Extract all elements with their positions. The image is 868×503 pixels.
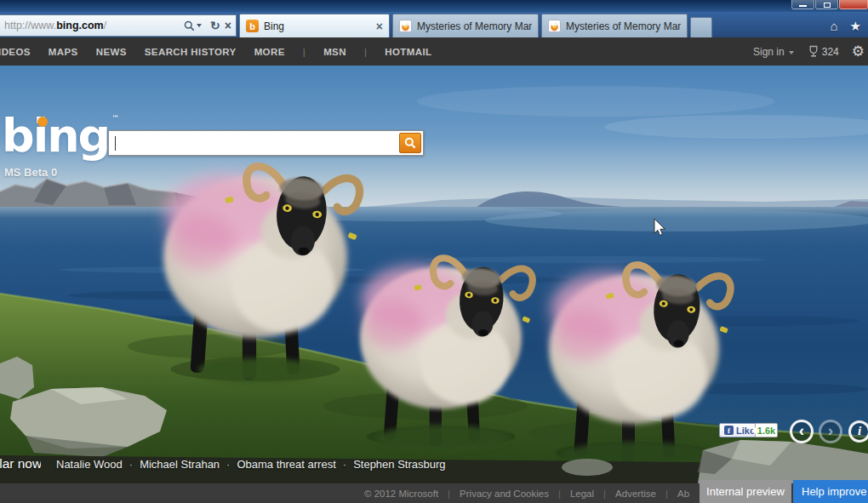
minimize-button[interactable] <box>791 0 814 9</box>
sign-in-label: Sign in <box>753 46 785 58</box>
window-controls <box>791 0 868 9</box>
trending-link[interactable]: Obama threat arrest <box>237 458 335 471</box>
rewards-trophy-icon <box>808 45 819 58</box>
trending-links: Natalie Wood · Michael Strahan · Obama t… <box>56 458 446 471</box>
trending-link[interactable]: Natalie Wood <box>56 458 123 471</box>
tab-title: Mysteries of Memory Manage... <box>417 20 532 32</box>
bing-nav-links: VIDEOS MAPS NEWS SEARCH HISTORY MORE | M… <box>0 47 431 57</box>
hero-area: bing™ MS Beta 0 Popular now Natalie Wood… <box>0 66 868 483</box>
tab-bing[interactable]: b Bing × <box>239 14 390 37</box>
browser-chrome: http://www.bing.com/ ↻ × b Bing × Myster… <box>0 12 868 37</box>
search-input[interactable] <box>109 131 423 155</box>
previous-image-button[interactable]: ‹ <box>790 420 814 443</box>
new-tab-button[interactable] <box>690 17 712 37</box>
tab-title: Mysteries of Memory Manage... <box>566 20 681 32</box>
minimize-icon <box>799 5 807 7</box>
rewards-counter[interactable]: 324 <box>808 45 839 58</box>
copyright-text: © 2012 Microsoft <box>364 489 438 499</box>
maximize-icon <box>824 3 831 8</box>
search-box <box>108 130 424 156</box>
like-count-badge[interactable]: 1.6k <box>755 423 778 437</box>
mouse-cursor <box>654 219 667 237</box>
footer-bar: © 2012 Microsoft | Privacy and Cookies |… <box>0 483 868 503</box>
trending-separator: · <box>343 458 346 471</box>
close-button[interactable] <box>839 0 868 9</box>
trending-bar: Popular now Natalie Wood · Michael Strah… <box>0 456 446 472</box>
footer-separator: | <box>665 489 668 499</box>
text-caret <box>115 136 116 151</box>
favorites-star-icon[interactable]: ★ <box>850 20 861 32</box>
nav-item-more[interactable]: MORE <box>254 47 285 57</box>
chevron-right-icon: › <box>828 422 833 438</box>
address-bar-icons: ↻ × <box>184 20 236 31</box>
facebook-icon: f <box>724 426 734 435</box>
footer-separator: | <box>558 489 561 499</box>
stop-icon[interactable]: × <box>225 20 231 31</box>
next-image-button[interactable]: › <box>819 420 842 443</box>
url-domain: bing.com <box>56 20 104 31</box>
trending-separator: · <box>129 458 133 471</box>
maximize-button[interactable] <box>815 0 838 9</box>
search-icon <box>404 137 416 149</box>
trending-link[interactable]: Stephen Strasburg <box>353 458 445 471</box>
search-button[interactable] <box>399 133 421 153</box>
nav-item-videos[interactable]: VIDEOS <box>0 47 31 57</box>
footer-link-privacy[interactable]: Privacy and Cookies <box>460 489 549 499</box>
nav-item-msn[interactable]: MSN <box>323 47 346 57</box>
trending-link[interactable]: Michael Strahan <box>140 458 220 471</box>
sign-in-caret-icon <box>789 51 794 54</box>
footer-links: © 2012 Microsoft | Privacy and Cookies |… <box>364 483 689 503</box>
internal-preview-button[interactable]: Internal preview <box>700 480 791 503</box>
window-titlebar <box>0 0 868 12</box>
memory-tab-favicon <box>399 20 412 32</box>
search-dropdown-caret-icon[interactable] <box>197 24 202 27</box>
bing-logo[interactable]: bing™ <box>2 113 109 159</box>
nav-item-hotmail[interactable]: HOTMAIL <box>385 47 431 57</box>
footer-separator: | <box>448 489 450 499</box>
trending-separator: · <box>226 458 230 471</box>
nav-item-maps[interactable]: MAPS <box>49 47 78 57</box>
rewards-count: 324 <box>822 46 839 58</box>
nav-item-search-history[interactable]: SEARCH HISTORY <box>145 47 237 57</box>
footer-link-legal[interactable]: Legal <box>570 489 594 499</box>
build-tagline: MS Beta 0 <box>4 166 57 179</box>
popular-now-label: Popular now <box>0 456 41 472</box>
nav-item-news[interactable]: NEWS <box>96 47 127 57</box>
bing-nav-right: Sign in 324 ⚙ <box>753 37 865 66</box>
search-icon[interactable] <box>184 20 195 31</box>
tab-mysteries-2[interactable]: Mysteries of Memory Manage... <box>541 14 688 37</box>
url-text: http://www.bing.com/ <box>0 20 184 31</box>
image-info-button[interactable]: i <box>848 420 868 443</box>
tab-bar: b Bing × Mysteries of Memory Manage... M… <box>239 14 712 37</box>
sign-in-button[interactable]: Sign in <box>753 46 794 58</box>
footer-link-partial[interactable]: Ab <box>677 489 689 499</box>
refresh-icon[interactable]: ↻ <box>210 20 220 31</box>
memory-tab-favicon <box>548 20 561 32</box>
chevron-left-icon: ‹ <box>799 422 804 438</box>
trademark-symbol: ™ <box>111 115 119 123</box>
tab-close-icon[interactable]: × <box>376 20 383 32</box>
bing-logo-text: bing <box>2 109 109 163</box>
info-icon: i <box>858 425 861 437</box>
browser-window: http://www.bing.com/ ↻ × b Bing × Myster… <box>0 0 868 503</box>
help-improve-button[interactable]: Help improve B <box>793 480 868 503</box>
nav-separator: | <box>364 47 367 57</box>
hero-photo-sheep-coast <box>0 66 868 483</box>
bing-favicon: b <box>246 20 259 32</box>
tab-title: Bing <box>264 20 376 32</box>
nav-separator: | <box>303 47 306 57</box>
address-bar[interactable]: http://www.bing.com/ ↻ × <box>0 14 237 37</box>
footer-separator: | <box>603 489 606 499</box>
footer-link-advertise[interactable]: Advertise <box>615 489 656 499</box>
home-icon[interactable]: ⌂ <box>830 20 837 32</box>
bing-logo-orange-dot <box>37 117 48 127</box>
bing-nav-bar: VIDEOS MAPS NEWS SEARCH HISTORY MORE | M… <box>0 37 868 66</box>
tab-mysteries-1[interactable]: Mysteries of Memory Manage... <box>392 14 539 37</box>
gear-icon[interactable]: ⚙ <box>852 44 865 59</box>
chrome-right-icons: ⌂ ★ <box>830 20 861 32</box>
